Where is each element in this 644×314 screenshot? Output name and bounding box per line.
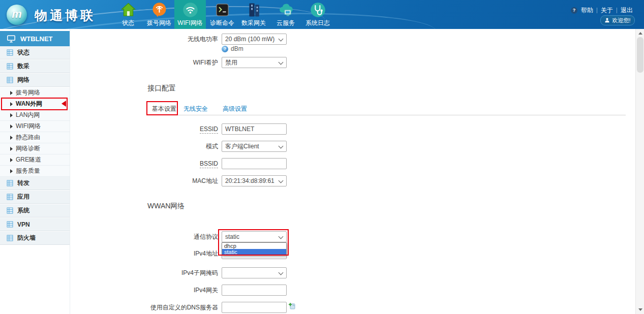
sidebar-device-header[interactable]: WTBLNET: [0, 31, 70, 46]
sidebar-item-label: VPN: [17, 221, 30, 228]
user-icon: [604, 17, 610, 23]
divider: [617, 8, 617, 13]
tabs-underline: [147, 115, 626, 115]
triangle-right-icon: [10, 113, 13, 117]
sidebar-subitem-wan-network[interactable]: WAN外网: [0, 99, 70, 110]
sidebar-item-applications[interactable]: 应用: [0, 191, 70, 204]
field-label-mac: MAC地址: [70, 175, 218, 186]
chevron-down-icon: [279, 178, 284, 183]
sidebar-subitem-static-route[interactable]: 静态路由: [0, 132, 70, 143]
scrollbar-thumb[interactable]: [637, 37, 643, 73]
custom-dns-input[interactable]: [222, 302, 287, 313]
scroll-down-arrow-icon[interactable]: [638, 308, 642, 311]
sidebar-device-name: WTBLNET: [20, 35, 53, 43]
nav-item-data-gateway[interactable]: 数采网关: [238, 0, 269, 29]
sidebar-item-firewall[interactable]: 防火墙: [0, 232, 70, 245]
field-label-protocol: 通信协议: [70, 231, 218, 242]
mac-select[interactable]: 20:21:34:d8:89:61: [222, 175, 287, 186]
protocol-value: static: [225, 233, 239, 240]
top-header-bar: m 物通博联 状态 拨号网络 WIFI网络 诊断命令: [0, 0, 644, 29]
sidebar-item-status[interactable]: 状态: [0, 46, 70, 59]
divider: [597, 8, 597, 13]
triangle-right-icon: [10, 102, 13, 106]
nav-label: WIFI网络: [174, 19, 206, 27]
protocol-option-dhcp[interactable]: dhcp: [222, 243, 286, 249]
nav-item-system-log[interactable]: 系统日志: [302, 0, 333, 29]
sidebar-item-label: 应用: [17, 193, 29, 201]
sidebar-item-label: 状态: [17, 48, 29, 57]
field-label-custom-dns: 使用自定义的DNS服务器: [70, 302, 218, 313]
cloud-icon: [278, 2, 294, 18]
brand-logo-letter: m: [7, 8, 27, 21]
sidebar-item-label: WAN外网: [16, 100, 42, 108]
mac-value: 20:21:34:d8:89:61: [225, 177, 274, 184]
nav-item-dialup-network[interactable]: 拨号网络: [143, 0, 175, 29]
sidebar-item-forwarding[interactable]: 转发: [0, 177, 70, 190]
sidebar-subitem-dialup-network[interactable]: 拨号网络: [0, 87, 70, 99]
logout-link[interactable]: 退出: [621, 6, 633, 15]
nav-item-diagnostic-command[interactable]: 诊断命令: [206, 0, 238, 29]
nav-item-status[interactable]: 状态: [112, 0, 144, 29]
sidebar-item-label: 网络诊断: [16, 144, 40, 153]
ipv4-gateway-input[interactable]: [222, 285, 287, 296]
sidebar-item-label: 静态路由: [16, 133, 40, 142]
field-label-mode: 模式: [70, 141, 218, 152]
about-link[interactable]: 关于: [601, 6, 613, 15]
sidebar-item-label: LAN内网: [16, 111, 40, 119]
bssid-input[interactable]: [222, 158, 287, 169]
stethoscope-icon: [310, 2, 326, 18]
sidebar-subitem-network-diagnosis[interactable]: 网络诊断: [0, 143, 70, 154]
sidebar-subitem-gre-tunnel[interactable]: GRE隧道: [0, 154, 70, 166]
essid-input[interactable]: [222, 123, 287, 135]
nav-label: 拨号网络: [143, 19, 175, 27]
protocol-option-static[interactable]: static: [222, 249, 286, 255]
welcome-user-button[interactable]: 欢迎您!: [600, 15, 635, 25]
sidebar-subitem-lan-network[interactable]: LAN内网: [0, 110, 70, 121]
tab-advanced-settings[interactable]: 高级设置: [223, 105, 247, 113]
protocol-dropdown: dhcp static: [222, 242, 287, 256]
field-label-ipv4-netmask: IPv4子网掩码: [70, 267, 218, 278]
gateway-device-icon: [246, 2, 262, 18]
chevron-down-icon: [279, 60, 284, 65]
brand-logo-icon: m: [7, 5, 27, 25]
section-title-wwan: WWAN网络: [147, 202, 185, 211]
sidebar-item-label: WIFI网络: [16, 122, 41, 131]
nav-label: 状态: [112, 19, 144, 27]
sidebar-item-vpn[interactable]: VPN: [0, 218, 70, 231]
sidebar-item-label: 数采: [17, 62, 29, 71]
sidebar-subitem-qos[interactable]: 服务质量: [0, 166, 70, 177]
help-link[interactable]: 帮助: [581, 6, 593, 15]
header-links: ? 帮助 关于 退出: [571, 6, 633, 15]
sidebar-item-system[interactable]: 系统: [0, 204, 70, 217]
vertical-scrollbar[interactable]: [635, 29, 644, 314]
nav-label: 系统日志: [302, 19, 333, 27]
tab-basic-settings[interactable]: 基本设置: [152, 105, 176, 113]
radio-tower-icon: [151, 2, 167, 18]
add-dns-entry-icon[interactable]: [288, 302, 295, 311]
mode-select[interactable]: 客户端Client: [222, 141, 287, 152]
radio-power-note: ? dBm: [222, 45, 243, 52]
protocol-select[interactable]: static: [222, 231, 287, 242]
grid-icon: [7, 63, 13, 70]
scroll-up-arrow-icon[interactable]: [638, 32, 642, 35]
grid-icon: [7, 207, 13, 214]
triangle-right-icon: [10, 158, 13, 162]
wifi-watch-select[interactable]: 禁用: [222, 57, 287, 68]
sidebar-item-network[interactable]: 网络: [0, 74, 70, 87]
chevron-down-icon: [279, 37, 284, 42]
ipv4-netmask-select[interactable]: [222, 267, 287, 278]
nav-item-wifi-network[interactable]: WIFI网络: [174, 0, 206, 29]
monitor-icon: [7, 35, 16, 43]
chevron-down-icon: [279, 270, 284, 275]
sidebar-subitem-wifi-network[interactable]: WIFI网络: [0, 121, 70, 132]
nav-item-cloud-service[interactable]: 云服务: [270, 0, 301, 29]
radio-power-select[interactable]: 20 dBm (100 mW): [222, 34, 287, 45]
field-label-ipv4-gateway: IPv4网关: [70, 285, 218, 296]
nav-label: 诊断命令: [206, 19, 238, 27]
sidebar-item-label: 服务质量: [16, 167, 40, 175]
chevron-down-icon: [279, 234, 284, 239]
tab-wireless-security[interactable]: 无线安全: [183, 105, 208, 113]
essid-label-text: ESSID: [200, 125, 218, 134]
sidebar-item-data-collection[interactable]: 数采: [0, 60, 70, 73]
grid-icon: [7, 49, 13, 56]
